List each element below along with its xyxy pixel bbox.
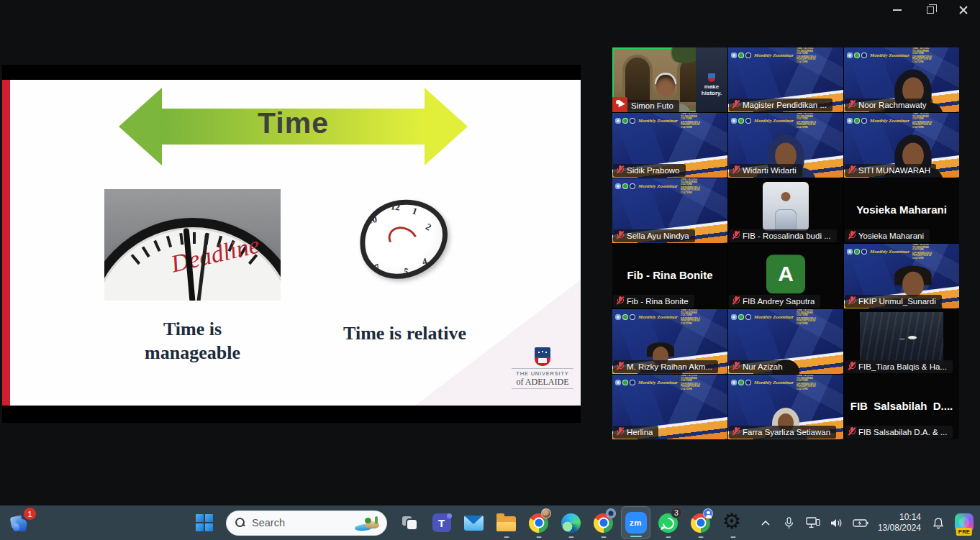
logo-icon [745, 314, 751, 320]
profile-photo [763, 182, 809, 231]
file-explorer-button[interactable] [491, 506, 521, 539]
microphone-icon [784, 517, 794, 529]
participant-name: Widarti Widarti [743, 166, 797, 175]
folder-icon [496, 516, 516, 531]
mail-button[interactable] [459, 506, 489, 539]
restore-button[interactable] [914, 0, 947, 20]
participant-tile[interactable]: Monthly ZoominarTIME : A TOOL TO DESCRIB… [728, 375, 843, 439]
participant-name: M. Rizky Raihan Akm... [627, 362, 712, 371]
muted-mic-icon [848, 296, 856, 306]
participant-tile[interactable]: Monthly ZoominarTIME : A TOOL TO DESCRIB… [612, 309, 727, 374]
participant-tile[interactable]: FIB_Tiara Balqis & Ha... [844, 309, 959, 374]
tray-microphone-button[interactable] [780, 512, 799, 534]
participant-tile[interactable]: Monthly ZoominarTIME : A TOOL TO DESCRIB… [612, 178, 727, 243]
participant-name: Sella Ayu Nindya [627, 232, 689, 240]
logo-icon [745, 52, 751, 58]
participant-tile[interactable]: Monthly ZoominarTIME : A TOOL TO DESCRIB… [612, 113, 727, 178]
settings-button[interactable] [718, 506, 748, 539]
chrome-profile1-button[interactable] [524, 506, 553, 539]
chrome-profile3-button[interactable] [686, 506, 715, 539]
participant-tile[interactable]: Monthly ZoominarTIME : A TOOL TO DESCRIB… [612, 375, 727, 439]
widgets-button[interactable]: 1 [9, 511, 35, 535]
chevron-up-icon [761, 521, 770, 526]
chrome-profile-avatar [606, 508, 616, 518]
logo-icon [854, 118, 860, 124]
system-tray: 10:14 13/08/2024 z PRE [756, 505, 976, 540]
whatsapp-button[interactable]: 3 [653, 506, 683, 539]
participant-tile[interactable]: Monthly ZoominarTIME : A TOOL TO DESCRIB… [728, 113, 843, 178]
participant-name: FIB Andrey Saputra [743, 297, 815, 306]
copilot-button[interactable]: PRE [953, 512, 976, 534]
start-button[interactable] [189, 506, 219, 539]
zoom-button-active[interactable]: zm [621, 506, 650, 539]
participant-name: FIB_Tiara Balqis & Ha... [858, 362, 947, 371]
melting-clock-image: 12 1 2 4 5 7 10 [356, 193, 453, 291]
logo-icon [731, 314, 737, 320]
svg-text:z: z [940, 517, 943, 521]
tray-volume-button[interactable] [827, 512, 846, 534]
muted-mic-icon [617, 362, 624, 371]
bell-dnd-icon: z [933, 517, 944, 529]
participant-tile[interactable]: Monthly ZoominarTIME : A TOOL TO DESCRIB… [844, 244, 959, 308]
profile-photo [860, 312, 943, 365]
arrow-label: Time [119, 106, 468, 140]
participant-tile[interactable]: A FIB Andrey Saputra [728, 244, 843, 308]
chrome-profile-avatar [541, 508, 551, 518]
search-input[interactable]: Search [226, 511, 387, 536]
logo-icon [731, 52, 737, 58]
clock[interactable]: 10:14 13/08/2024 [878, 512, 921, 534]
chrome-profile-avatar [703, 508, 713, 518]
bing-daily-image [355, 514, 381, 531]
tray-time: 10:14 [878, 512, 921, 523]
tray-cast-button[interactable] [804, 512, 822, 534]
muted-mic-icon [617, 165, 624, 175]
participant-name: Fib - Rina Bonite [627, 297, 689, 306]
monitor-phone-icon [806, 517, 820, 528]
muted-mic-icon [617, 427, 624, 436]
minimize-button[interactable] [881, 0, 914, 20]
participant-tile[interactable]: Monthly ZoominarTIME : A TOOL TO DESCRIB… [844, 113, 959, 178]
screen-share-window: Time Deadline 12 1 2 4 5 7 10 Time is ma… [2, 65, 581, 423]
participant-tile[interactable]: Yosieka Maharani Yosieka Maharani [844, 178, 959, 243]
minimize-icon [893, 9, 902, 11]
participant-tile[interactable]: Monthly Zoominar TIME : A TOOL TO DESCRI… [728, 47, 843, 112]
participant-tile[interactable]: Fib - Rina Bonite Fib - Rina Bonite [612, 244, 727, 308]
participant-tile[interactable]: Monthly ZoominarTIME : A TOOL TO DESCRIB… [844, 47, 959, 112]
search-icon [235, 518, 245, 528]
logo-icon [630, 183, 635, 189]
task-view-button[interactable] [394, 506, 424, 539]
teams-icon: T [432, 513, 451, 532]
tray-chevron-button[interactable] [756, 512, 775, 534]
logo-icon [630, 380, 635, 385]
edge-button[interactable] [556, 506, 586, 539]
task-view-icon [402, 516, 417, 529]
chrome-profile2-button[interactable] [589, 506, 618, 539]
muted-mic-icon [848, 362, 856, 371]
presentation-slide: Time Deadline 12 1 2 4 5 7 10 Time is ma… [2, 80, 581, 406]
muted-mic-icon [848, 165, 856, 175]
notification-bell-button[interactable]: z [929, 512, 948, 534]
tray-battery-button[interactable] [851, 512, 870, 534]
logo-icon [622, 314, 628, 320]
logo-icon [854, 249, 860, 255]
letter-avatar: A [766, 255, 805, 293]
logo-icon [861, 52, 867, 58]
logo-icon [861, 118, 867, 124]
virtual-bg-header: Monthly Zoominar TIME : A TOOL TO DESCRI… [731, 49, 843, 62]
tray-date: 13/08/2024 [878, 523, 921, 534]
participant-name: FKIP Unmul_Sunardi [858, 297, 936, 306]
logo-icon [738, 118, 744, 124]
participant-tile[interactable]: FIB - Rossalinda budi ... [728, 178, 843, 243]
teams-button[interactable]: T [427, 506, 456, 539]
logo-icon [847, 118, 853, 124]
logo-icon [630, 314, 635, 320]
logo-icon [738, 314, 744, 320]
battery-charging-icon [853, 518, 868, 528]
participant-tile[interactable]: FIB Salsabilah D.... FIB Salsabilah D.A.… [844, 375, 959, 439]
close-button[interactable] [947, 0, 980, 20]
participant-name: Noor Rachmawaty [858, 101, 927, 109]
participant-tile[interactable]: Monthly ZoominarTIME : A TOOL TO DESCRIB… [728, 309, 843, 374]
logo-icon [861, 249, 867, 255]
participant-tile-simon-futo[interactable]: makehistory. Simon Futo [612, 47, 727, 112]
speaker-icon [830, 518, 843, 528]
